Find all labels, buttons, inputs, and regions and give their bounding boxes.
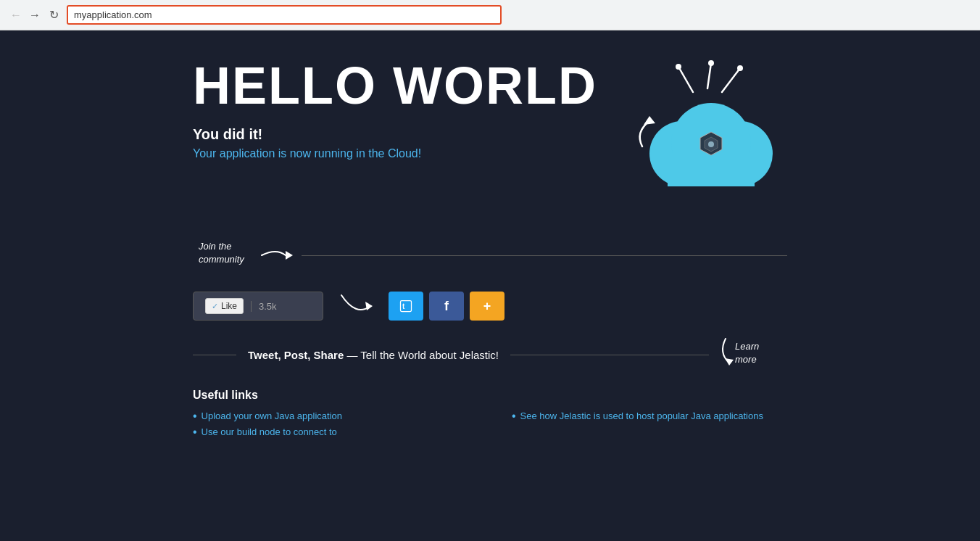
svg-point-4 <box>708 60 714 66</box>
links-column-left: • Upload your own Java application • Use… <box>193 410 468 442</box>
bullet-icon-3: • <box>512 410 516 422</box>
curve-arrow-icon <box>338 292 374 321</box>
back-button[interactable]: ← <box>9 8 23 22</box>
like-label: Like <box>221 301 237 311</box>
svg-line-1 <box>707 63 711 88</box>
share-text-row: Tweet, Post, Share — Tell the World abou… <box>193 335 787 374</box>
gplus-button[interactable]: + <box>470 292 504 321</box>
twitter-button[interactable]: t <box>389 292 423 321</box>
svg-marker-6 <box>644 116 655 125</box>
bullet-icon: • <box>193 410 197 422</box>
gplus-icon: + <box>483 299 491 314</box>
nav-buttons: ← → ↻ <box>9 8 61 22</box>
svg-point-5 <box>737 65 743 71</box>
svg-point-13 <box>708 141 714 147</box>
like-count: 3.5k <box>251 301 277 312</box>
svg-text:Learn: Learn <box>735 341 759 352</box>
share-line-left <box>193 355 236 355</box>
facebook-icon: f <box>444 299 449 314</box>
community-row: Join the community <box>193 234 787 277</box>
svg-text:t: t <box>402 302 405 310</box>
bullet-icon-2: • <box>193 426 197 438</box>
share-text-bold: Tweet, Post, Share <box>248 349 344 361</box>
link-see-jelastic[interactable]: • See how Jelastic is used to host popul… <box>512 410 787 422</box>
svg-text:more: more <box>735 354 757 365</box>
link-text: Upload your own Java application <box>202 410 342 421</box>
running-text: Your application is now running in the C… <box>193 147 628 160</box>
facebook-button[interactable]: f <box>429 292 464 321</box>
social-buttons: t f + <box>389 292 504 321</box>
svg-rect-10 <box>668 154 755 186</box>
links-grid: • Upload your own Java application • Use… <box>193 410 787 442</box>
svg-marker-16 <box>286 251 293 260</box>
share-line-right <box>510 355 709 355</box>
useful-links-section: Useful links • Upload your own Java appl… <box>193 389 787 442</box>
svg-text:Join the: Join the <box>198 241 232 252</box>
browser-chrome: ← → ↻ <box>0 0 980 30</box>
useful-links-title: Useful links <box>193 389 787 402</box>
link-build-node[interactable]: • Use our build node to connect to <box>193 426 468 438</box>
address-bar[interactable] <box>67 5 502 25</box>
link-upload-java[interactable]: • Upload your own Java application <box>193 410 468 422</box>
social-section: ✓ Like 3.5k t f <box>193 292 787 321</box>
svg-line-2 <box>722 68 740 92</box>
checkmark-icon: ✓ <box>212 302 218 311</box>
you-did-it-text: You did it! <box>193 126 628 143</box>
svg-text:community: community <box>199 254 245 265</box>
refresh-button[interactable]: ↻ <box>46 8 61 22</box>
learn-more-label: Learn more <box>715 335 787 374</box>
page-title: HELLO WORLD <box>193 59 628 112</box>
svg-line-0 <box>678 67 693 92</box>
share-text: Tweet, Post, Share — Tell the World abou… <box>236 349 510 361</box>
hero-text: HELLO WORLD You did it! Your application… <box>193 59 628 160</box>
links-column-right: • See how Jelastic is used to host popul… <box>512 410 787 442</box>
like-box: ✓ Like 3.5k <box>193 292 323 321</box>
hero-section: HELLO WORLD You did it! Your application… <box>193 59 787 205</box>
link-text-2: Use our build node to connect to <box>202 426 337 437</box>
svg-marker-20 <box>725 358 734 366</box>
forward-button[interactable]: → <box>28 8 42 22</box>
join-community-label: Join the community <box>193 234 294 277</box>
page-content: HELLO WORLD You did it! Your application… <box>0 30 980 541</box>
svg-point-3 <box>676 64 681 70</box>
like-button[interactable]: ✓ Like <box>205 298 244 314</box>
share-text-rest: — Tell the World about Jelastic! <box>344 349 499 361</box>
community-divider <box>302 255 787 256</box>
link-text-3: See how Jelastic is used to host popular… <box>520 410 763 421</box>
main-container: HELLO WORLD You did it! Your application… <box>164 59 816 442</box>
cloud-illustration <box>628 59 787 205</box>
